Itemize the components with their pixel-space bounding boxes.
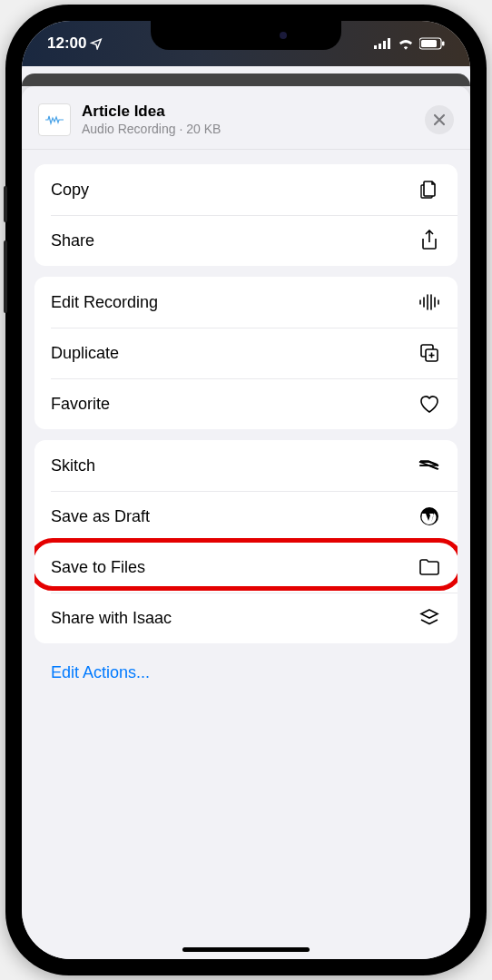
svg-rect-0 <box>374 45 377 49</box>
svg-rect-6 <box>442 42 445 46</box>
action-group-2: Edit Recording Duplicate F <box>34 277 458 429</box>
sheet-header: Article Idea Audio Recording · 20 KB <box>22 86 470 149</box>
action-skitch[interactable]: Skitch <box>34 440 458 491</box>
action-save-to-files[interactable]: Save to Files <box>34 542 458 593</box>
wifi-icon <box>398 37 414 50</box>
stack-icon <box>418 606 441 630</box>
svg-rect-3 <box>388 38 390 49</box>
action-copy[interactable]: Copy <box>34 164 458 215</box>
waveform-icon <box>418 290 441 314</box>
wordpress-icon <box>418 505 441 528</box>
copy-icon <box>418 178 441 201</box>
share-sheet: Article Idea Audio Recording · 20 KB Cop… <box>22 86 470 959</box>
action-share[interactable]: Share <box>34 215 458 266</box>
action-group-1: Copy Share <box>34 164 458 266</box>
svg-rect-2 <box>383 41 386 49</box>
status-time: 12:00 <box>47 34 103 53</box>
folder-icon <box>418 555 441 579</box>
audio-file-icon <box>38 103 71 136</box>
battery-icon <box>419 37 445 50</box>
actions-list: Copy Share <box>22 150 470 706</box>
action-save-as-draft[interactable]: Save as Draft <box>34 491 458 542</box>
location-icon <box>90 37 103 50</box>
edit-actions-link[interactable]: Edit Actions... <box>34 654 458 691</box>
svg-rect-5 <box>421 40 437 47</box>
action-favorite[interactable]: Favorite <box>34 378 458 429</box>
file-title: Article Idea <box>82 103 425 121</box>
action-group-3: Skitch Save as Draft Save <box>34 440 458 643</box>
action-duplicate[interactable]: Duplicate <box>34 328 458 378</box>
action-edit-recording[interactable]: Edit Recording <box>34 277 458 328</box>
cellular-icon <box>374 38 392 49</box>
share-icon <box>418 229 441 252</box>
skitch-icon <box>418 454 441 477</box>
heart-icon <box>418 392 441 416</box>
close-button[interactable] <box>425 105 454 134</box>
duplicate-icon <box>418 341 441 365</box>
home-indicator[interactable] <box>182 947 310 952</box>
svg-rect-1 <box>379 44 381 49</box>
action-share-with-isaac[interactable]: Share with Isaac <box>34 593 458 643</box>
file-subtitle: Audio Recording · 20 KB <box>82 122 425 136</box>
close-icon <box>433 113 446 126</box>
